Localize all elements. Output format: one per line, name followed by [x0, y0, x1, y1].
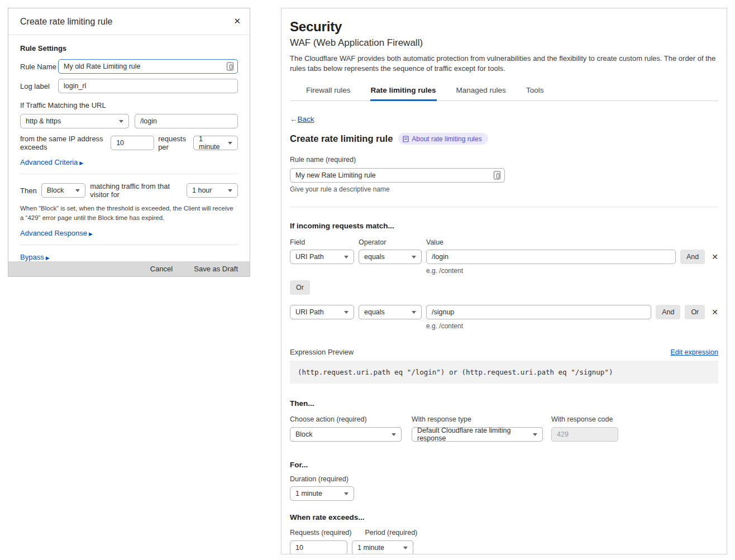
url-match-row: http & https	[20, 114, 238, 128]
security-waf-panel: Security WAF (Web Application Firewall) …	[281, 8, 727, 554]
dialog-header: Create rate limiting rule ✕	[8, 8, 250, 35]
url-input[interactable]	[135, 114, 238, 128]
rule-name-input[interactable]	[290, 168, 505, 183]
period-label: Period (required)	[365, 529, 417, 537]
action-select[interactable]: Block	[290, 427, 402, 442]
value-input[interactable]	[426, 305, 651, 319]
dialog-body: Rule Settings Rule Name Log label If Tra…	[8, 35, 250, 261]
expression-preview-label: Expression Preview	[290, 348, 354, 356]
value-col: e.g. /content	[426, 305, 651, 330]
tab-managed-rules[interactable]: Managed rules	[456, 81, 507, 101]
chevron-down-icon	[344, 256, 349, 259]
duration-select[interactable]: 1 minute	[290, 486, 354, 501]
requests-label: Requests (required)	[290, 529, 351, 537]
page-subtitle: WAF (Web Application Firewall)	[290, 37, 718, 49]
page-title: Security	[290, 19, 718, 35]
divider	[20, 245, 238, 245]
cancel-button[interactable]: Cancel	[150, 265, 173, 273]
rule-settings-heading: Rule Settings	[20, 44, 238, 52]
bypass-link[interactable]: Bypass▶	[20, 253, 238, 261]
response-type-select[interactable]: Default Cloudflare rate limiting respons…	[412, 427, 543, 442]
choose-action-label: Choose action (required)	[290, 415, 412, 423]
remove-condition-icon[interactable]: ✕	[712, 250, 718, 264]
field-col-header: Field	[290, 238, 359, 246]
rule-name-row: Rule Name	[20, 59, 238, 74]
log-label-input[interactable]	[58, 79, 238, 93]
dialog-footer: Cancel Save as Draft	[8, 261, 250, 276]
traffic-match-label: If Traffic Matching the URL	[20, 101, 238, 109]
create-rate-limiting-rule-dialog: Create rate limiting rule ✕ Rule Setting…	[8, 8, 250, 277]
match-section-title: If incoming requests match...	[290, 222, 718, 230]
save-as-draft-button[interactable]: Save as Draft	[194, 265, 238, 273]
divider	[20, 174, 238, 174]
triangle-right-icon: ▶	[46, 255, 50, 261]
tab-firewall-rules[interactable]: Firewall rules	[306, 81, 351, 101]
chevron-down-icon	[119, 120, 123, 123]
rule-name-input-wrap	[290, 168, 505, 183]
response-code-input	[551, 427, 618, 442]
response-code-label: With response code	[551, 415, 613, 423]
condition-headers: Field Operator Value	[290, 238, 718, 246]
advanced-response-link[interactable]: Advanced Response▶	[20, 229, 238, 237]
document-icon	[403, 136, 409, 142]
chevron-down-icon	[412, 256, 416, 259]
chevron-down-icon	[75, 189, 80, 192]
value-helper: e.g. /content	[426, 267, 676, 275]
or-button[interactable]: Or	[290, 280, 310, 295]
operator-select[interactable]: equals	[359, 305, 422, 319]
condition-row: URI Path equals e.g. /content And Or ✕	[290, 305, 718, 330]
rule-name-label: Rule Name	[20, 63, 58, 71]
block-duration-select[interactable]: 1 hour	[187, 183, 238, 198]
triangle-right-icon: ▶	[89, 231, 93, 237]
back-link[interactable]: ←Back	[290, 115, 314, 123]
rule-name-input[interactable]	[58, 59, 238, 74]
field-select[interactable]: URI Path	[290, 305, 354, 319]
chevron-down-icon	[344, 311, 349, 314]
rule-name-label: Rule name (required)	[290, 156, 718, 164]
edit-expression-link[interactable]: Edit expression	[671, 348, 718, 356]
remove-condition-icon[interactable]: ✕	[712, 305, 718, 319]
back-arrow-icon: ←	[290, 115, 298, 123]
tab-tools[interactable]: Tools	[526, 81, 545, 101]
page-description: The Cloudflare WAF provides both automat…	[290, 54, 718, 74]
requests-input[interactable]	[290, 540, 347, 554]
chevron-down-icon	[228, 189, 232, 192]
value-col: e.g. /content	[426, 250, 676, 275]
divider	[290, 207, 718, 207]
autofill-icon	[494, 171, 500, 180]
value-col-header: Value	[426, 238, 443, 246]
close-icon[interactable]: ✕	[233, 17, 241, 25]
or-button[interactable]: Or	[685, 305, 705, 319]
chevron-down-icon	[533, 433, 537, 436]
chevron-down-icon	[412, 311, 416, 314]
value-input[interactable]	[426, 250, 676, 264]
rule-name-input-wrap	[58, 59, 238, 74]
create-rule-heading: Create rate limiting rule	[290, 133, 393, 144]
log-label-row: Log label	[20, 79, 238, 93]
requests-suffix: requests per	[158, 135, 189, 151]
then-section-title: Then...	[290, 399, 718, 408]
log-label-label: Log label	[20, 82, 58, 90]
autofill-icon	[227, 63, 233, 71]
rule-name-helper: Give your rule a descriptive name	[290, 185, 718, 193]
operator-select[interactable]: equals	[359, 250, 422, 264]
tab-rate-limiting-rules[interactable]: Rate limiting rules	[370, 81, 437, 101]
advanced-criteria-link[interactable]: Advanced Criteria▶	[20, 158, 238, 166]
exceeds-prefix: from the same IP address exceeds	[20, 135, 107, 151]
for-section-title: For...	[290, 461, 718, 469]
requests-input[interactable]	[111, 136, 154, 150]
about-rate-limiting-rules-badge[interactable]: About rate limiting rules	[398, 133, 488, 145]
action-select[interactable]: Block	[41, 183, 86, 198]
rate-section-title: When rate exceeds...	[290, 513, 718, 521]
value-helper: e.g. /content	[426, 322, 651, 330]
and-button[interactable]: And	[656, 305, 680, 319]
period-select[interactable]: 1 minute	[352, 540, 413, 554]
waf-tabs: Firewall rules Rate limiting rules Manag…	[290, 81, 718, 101]
field-select[interactable]: URI Path	[290, 250, 354, 264]
and-button[interactable]: And	[680, 250, 705, 264]
then-suffix: matching traffic from that visitor for	[90, 182, 182, 199]
threshold-row: from the same IP address exceeds request…	[20, 135, 238, 151]
scheme-select[interactable]: http & https	[20, 114, 129, 128]
chevron-down-icon	[344, 492, 349, 495]
period-select[interactable]: 1 minute	[193, 136, 238, 150]
